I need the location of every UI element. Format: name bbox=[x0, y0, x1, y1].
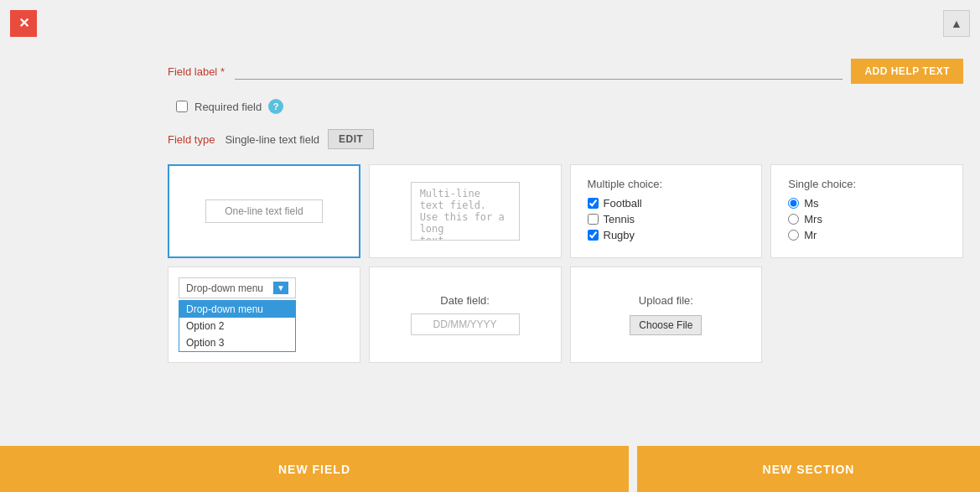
upload-file-card[interactable]: Upload file: Choose File bbox=[570, 267, 763, 363]
help-icon[interactable]: ? bbox=[268, 99, 283, 114]
dropdown-options: Drop-down menu Option 2 Option 3 bbox=[179, 300, 296, 352]
multiple-choice-title: Multiple choice: bbox=[588, 178, 663, 190]
up-button[interactable]: ▲ bbox=[943, 10, 970, 37]
radio-ms: Ms bbox=[788, 197, 818, 210]
field-label-input[interactable] bbox=[235, 63, 843, 80]
new-section-button[interactable]: NEW SECTION bbox=[637, 446, 980, 492]
date-field-card[interactable]: Date field: DD/MM/YYYY bbox=[369, 267, 562, 363]
field-type-value: Single-line text field bbox=[225, 133, 319, 146]
required-field-checkbox[interactable] bbox=[176, 101, 188, 112]
upload-file-title: Upload file: bbox=[639, 294, 693, 307]
dropdown-card[interactable]: Drop-down menu ▼ Drop-down menu Option 2… bbox=[168, 267, 360, 363]
checkbox-football[interactable] bbox=[588, 198, 599, 209]
one-line-preview: One-line text field bbox=[205, 199, 323, 223]
field-label-text: Field label * bbox=[168, 65, 225, 78]
edit-field-type-button[interactable]: EDIT bbox=[328, 129, 374, 149]
dropdown-display[interactable]: Drop-down menu ▼ bbox=[179, 277, 296, 298]
add-help-text-button[interactable]: ADD HELP TEXT bbox=[851, 59, 963, 84]
single-choice-card[interactable]: Single choice: Ms Mrs Mr bbox=[770, 164, 963, 258]
radio-mrs-input[interactable] bbox=[788, 214, 799, 225]
required-field-row: Required field ? bbox=[168, 99, 963, 114]
single-choice-title: Single choice: bbox=[788, 178, 856, 190]
field-types-grid-row1: One-line text field Multi-line text fiel… bbox=[168, 164, 963, 258]
choice-tennis: Tennis bbox=[588, 213, 635, 225]
field-type-label: Field type bbox=[168, 133, 215, 146]
date-input-preview: DD/MM/YYYY bbox=[411, 313, 520, 335]
checkbox-rugby[interactable] bbox=[588, 230, 599, 241]
multiple-choice-card[interactable]: Multiple choice: Football Tennis Rugby bbox=[570, 164, 763, 258]
close-button[interactable]: ✕ bbox=[10, 10, 37, 37]
one-line-card[interactable]: One-line text field bbox=[168, 164, 360, 258]
radio-ms-input[interactable] bbox=[788, 198, 799, 209]
main-content: Field label * ADD HELP TEXT Required fie… bbox=[0, 46, 980, 442]
choice-football: Football bbox=[588, 197, 642, 210]
radio-mr: Mr bbox=[788, 229, 817, 241]
dropdown-option-1[interactable]: Drop-down menu bbox=[179, 301, 295, 318]
choose-file-button[interactable]: Choose File bbox=[630, 315, 702, 335]
multi-line-card[interactable]: Multi-line text field. Use this for a lo… bbox=[369, 164, 562, 258]
required-field-label: Required field bbox=[194, 101, 262, 113]
field-label-row: Field label * ADD HELP TEXT bbox=[168, 59, 963, 84]
checkbox-tennis[interactable] bbox=[588, 214, 599, 225]
new-field-button[interactable]: NEW FIELD bbox=[0, 446, 629, 492]
dropdown-option-2[interactable]: Option 2 bbox=[179, 318, 295, 334]
dropdown-arrow-icon: ▼ bbox=[273, 282, 288, 294]
multi-line-preview: Multi-line text field. Use this for a lo… bbox=[411, 182, 520, 241]
dropdown-option-3[interactable]: Option 3 bbox=[179, 334, 295, 351]
empty-cell bbox=[770, 267, 963, 363]
field-type-row: Field type Single-line text field EDIT bbox=[168, 129, 963, 149]
bottom-bar: NEW FIELD NEW SECTION bbox=[0, 446, 980, 492]
field-types-grid-row2: Drop-down menu ▼ Drop-down menu Option 2… bbox=[168, 267, 963, 363]
choice-rugby: Rugby bbox=[588, 229, 635, 241]
radio-mr-input[interactable] bbox=[788, 230, 799, 241]
top-bar: ✕ bbox=[0, 0, 980, 46]
date-field-title: Date field: bbox=[440, 294, 490, 307]
radio-mrs: Mrs bbox=[788, 213, 822, 225]
